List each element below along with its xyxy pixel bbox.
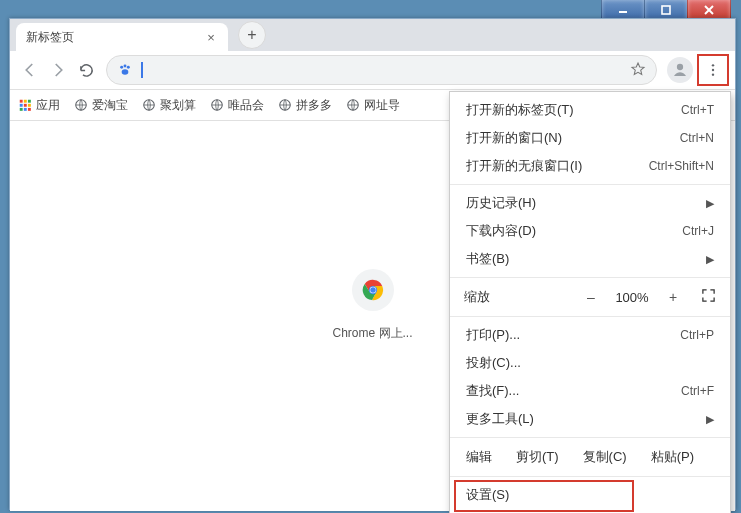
chevron-right-icon: ▶ <box>706 413 714 426</box>
menu-paste[interactable]: 粘贴(P) <box>643 448 702 466</box>
back-button[interactable] <box>16 56 44 84</box>
chevron-right-icon: ▶ <box>706 253 714 266</box>
bookmark-item[interactable]: 拼多多 <box>278 97 332 114</box>
tab-strip: 新标签页 × + <box>10 19 735 51</box>
svg-rect-17 <box>28 104 31 107</box>
svg-rect-1 <box>662 6 670 14</box>
svg-rect-15 <box>20 104 23 107</box>
globe-icon <box>74 98 88 112</box>
tab-current[interactable]: 新标签页 × <box>16 23 228 51</box>
menu-button-highlight <box>697 54 729 86</box>
svg-rect-12 <box>20 100 23 103</box>
apps-button[interactable]: 应用 <box>18 97 60 114</box>
tab-close-icon[interactable]: × <box>204 30 218 44</box>
zoom-in-button[interactable]: + <box>661 289 685 305</box>
menu-cast[interactable]: 投射(C)... <box>450 349 730 377</box>
site-icon <box>117 62 133 78</box>
address-input[interactable] <box>147 62 624 79</box>
browser-window: 新标签页 × + <box>9 18 736 510</box>
menu-new-window[interactable]: 打开新的窗口(N) Ctrl+N <box>450 124 730 152</box>
menu-print[interactable]: 打印(P)... Ctrl+P <box>450 321 730 349</box>
new-tab-button[interactable]: + <box>238 21 266 49</box>
bookmark-item[interactable]: 爱淘宝 <box>74 97 128 114</box>
globe-icon <box>142 98 156 112</box>
svg-point-10 <box>712 69 714 71</box>
globe-icon <box>210 98 224 112</box>
bookmark-star-icon[interactable] <box>630 61 646 80</box>
menu-find[interactable]: 查找(F)... Ctrl+F <box>450 377 730 405</box>
svg-point-6 <box>127 66 130 69</box>
svg-point-30 <box>370 287 376 293</box>
main-menu: 打开新的标签页(T) Ctrl+T 打开新的窗口(N) Ctrl+N 打开新的无… <box>449 91 731 513</box>
menu-edit-row: 编辑 剪切(T) 复制(C) 粘贴(P) <box>450 442 730 472</box>
svg-rect-16 <box>24 104 27 107</box>
svg-point-5 <box>124 65 127 68</box>
svg-point-9 <box>712 64 714 66</box>
bookmark-item[interactable]: 网址导 <box>346 97 400 114</box>
zoom-value: 100% <box>611 290 653 305</box>
menu-incognito[interactable]: 打开新的无痕窗口(I) Ctrl+Shift+N <box>450 152 730 180</box>
toolbar <box>10 51 735 90</box>
apps-label: 应用 <box>36 97 60 114</box>
menu-new-tab[interactable]: 打开新的标签页(T) Ctrl+T <box>450 96 730 124</box>
menu-button[interactable] <box>701 58 725 82</box>
svg-point-4 <box>120 66 123 69</box>
globe-icon <box>278 98 292 112</box>
svg-point-7 <box>122 69 129 74</box>
forward-button[interactable] <box>44 56 72 84</box>
svg-rect-19 <box>24 108 27 111</box>
profile-button[interactable] <box>667 57 693 83</box>
zoom-out-button[interactable]: – <box>579 289 603 305</box>
menu-settings[interactable]: 设置(S) <box>450 481 730 509</box>
menu-bookmarks[interactable]: 书签(B) ▶ <box>450 245 730 273</box>
menu-help[interactable]: 帮助(E) ▶ <box>450 509 730 513</box>
menu-more-tools[interactable]: 更多工具(L) ▶ <box>450 405 730 433</box>
svg-rect-18 <box>20 108 23 111</box>
svg-point-11 <box>712 73 714 75</box>
bookmark-item[interactable]: 唯品会 <box>210 97 264 114</box>
svg-rect-13 <box>24 100 27 103</box>
reload-button[interactable] <box>72 56 100 84</box>
cursor-caret <box>141 62 143 78</box>
menu-zoom-row: 缩放 – 100% + <box>450 282 730 312</box>
chrome-icon <box>361 279 383 301</box>
chevron-right-icon: ▶ <box>706 197 714 210</box>
svg-rect-20 <box>28 108 31 111</box>
globe-icon <box>346 98 360 112</box>
shortcut-tile[interactable] <box>351 269 393 311</box>
shortcut-label: Chrome 网上... <box>332 325 412 342</box>
svg-rect-14 <box>28 100 31 103</box>
fullscreen-icon[interactable] <box>701 288 716 306</box>
menu-cut[interactable]: 剪切(T) <box>508 448 567 466</box>
tab-title: 新标签页 <box>26 29 74 46</box>
bookmark-item[interactable]: 聚划算 <box>142 97 196 114</box>
menu-copy[interactable]: 复制(C) <box>575 448 635 466</box>
menu-history[interactable]: 历史记录(H) ▶ <box>450 189 730 217</box>
menu-downloads[interactable]: 下载内容(D) Ctrl+J <box>450 217 730 245</box>
svg-point-8 <box>677 64 683 70</box>
address-bar[interactable] <box>106 55 657 85</box>
